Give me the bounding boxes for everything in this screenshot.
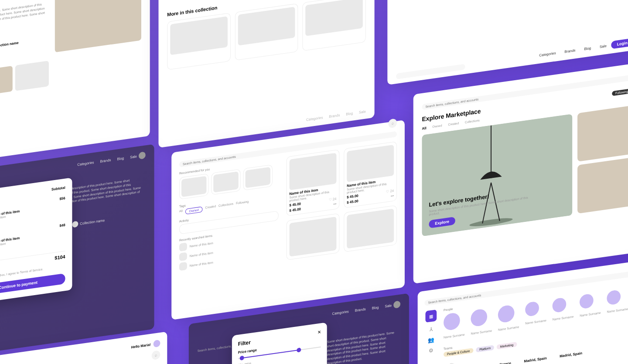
- person-card[interactable]: Name Surname: [444, 311, 465, 340]
- nav-categories[interactable]: Categories: [306, 116, 323, 122]
- product-detail-screen: Product Title Some short description of …: [0, 0, 150, 166]
- search-tab[interactable]: Created: [205, 204, 216, 212]
- person-card[interactable]: Name Surname: [607, 289, 628, 317]
- collection-card[interactable]: [167, 13, 230, 70]
- explore-tab[interactable]: All: [422, 126, 427, 131]
- nav-sale[interactable]: Sale: [600, 44, 607, 48]
- person-card[interactable]: Name Surname: [471, 307, 492, 336]
- explore-marketplace-screen: Explore Marketplace Following Activity A…: [413, 61, 628, 284]
- recommended-card[interactable]: [211, 169, 240, 195]
- user-avatar[interactable]: [139, 151, 146, 159]
- checkout-backdrop: Categories Brands Blog Sale Some short d…: [0, 144, 154, 357]
- checkout-price2: $48: [59, 223, 65, 228]
- sidebar-item-active[interactable]: ▦: [425, 310, 437, 323]
- checkout-modal: Checkout Subtotal Items $56 Name of this…: [0, 177, 72, 305]
- collection-card[interactable]: [235, 3, 298, 60]
- side-image[interactable]: [577, 156, 628, 214]
- checkout-price1: $56: [59, 196, 65, 201]
- person-card[interactable]: Name Surname: [553, 296, 574, 325]
- sidebar-settings-icon[interactable]: ⚙: [429, 347, 433, 354]
- collection-icon: [72, 221, 78, 228]
- sidebar-users-icon[interactable]: 👥: [428, 336, 434, 343]
- filter-modal: Filter✕ Price range Min. price $25.3 Pro…: [232, 322, 327, 364]
- product-detail-screen-2: Tag Tag Tag Name Surname Collection name: [159, 0, 375, 148]
- person-card[interactable]: Name Surname: [525, 300, 546, 329]
- following-pill[interactable]: Following: [612, 88, 628, 96]
- search-icon[interactable]: ⌕: [388, 118, 397, 128]
- collection-card[interactable]: [303, 0, 366, 51]
- product-image-main: [55, 0, 141, 52]
- nav-categories[interactable]: Categories: [539, 51, 556, 57]
- search-tab[interactable]: Collections: [218, 202, 233, 210]
- filter-title: Filter: [238, 339, 251, 347]
- item-card[interactable]: Name of this item Some short description…: [287, 150, 340, 216]
- close-icon[interactable]: ✕: [317, 329, 321, 336]
- product-thumb[interactable]: [0, 66, 13, 96]
- nav-sale[interactable]: Sale: [359, 109, 366, 114]
- search-tab-active[interactable]: Owned: [185, 206, 203, 214]
- continue-payment-button[interactable]: Continue to payment: [0, 273, 65, 297]
- nav-brands[interactable]: Brands: [329, 113, 340, 119]
- item-card[interactable]: [344, 205, 397, 252]
- locality-chip[interactable]: Madrid, Spain: [555, 349, 587, 364]
- recommended-card[interactable]: [179, 173, 208, 200]
- checkout-total: $104: [55, 254, 65, 261]
- search-input[interactable]: [396, 64, 465, 79]
- recommended-card[interactable]: [243, 164, 273, 191]
- nav-blog[interactable]: Blog: [584, 46, 591, 51]
- team-chip[interactable]: Marketing: [497, 342, 517, 350]
- search-icon[interactable]: ⌕: [152, 350, 160, 360]
- checkout-subtotal-label: Subtotal: [51, 186, 65, 194]
- person-card[interactable]: Name Surname: [580, 292, 601, 321]
- user-avatar[interactable]: [393, 300, 400, 308]
- item-card[interactable]: [287, 213, 340, 260]
- user-avatar[interactable]: [154, 340, 160, 347]
- user-greeting: Hello Maria!: [131, 343, 151, 349]
- hero-card[interactable]: Let's explore together! Some short descr…: [422, 114, 573, 236]
- search-tab[interactable]: All: [179, 209, 183, 215]
- login-button[interactable]: Login: [611, 38, 628, 49]
- item-card[interactable]: Name of this item Some short description…: [344, 141, 397, 208]
- nav-blog[interactable]: Blog: [346, 111, 353, 116]
- person-card[interactable]: Name Surname: [498, 304, 519, 333]
- sidebar-branch-icon[interactable]: ⅄: [430, 326, 433, 333]
- explore-tab[interactable]: Created: [448, 122, 459, 127]
- product-thumb[interactable]: [15, 61, 49, 91]
- search-tab[interactable]: Following: [236, 200, 249, 208]
- explore-tab[interactable]: Owned: [433, 124, 442, 129]
- team-chip[interactable]: Platform: [476, 345, 494, 353]
- nav-brands[interactable]: Brands: [564, 48, 575, 54]
- collection-name: Collection name: [0, 41, 19, 48]
- search-discovery-screen: ⌕ Recommended for you Tags All Owned Cre…: [171, 120, 405, 320]
- explore-tab[interactable]: Collections: [465, 119, 480, 125]
- collection-name: Collection name: [80, 218, 105, 225]
- side-image[interactable]: [577, 103, 628, 161]
